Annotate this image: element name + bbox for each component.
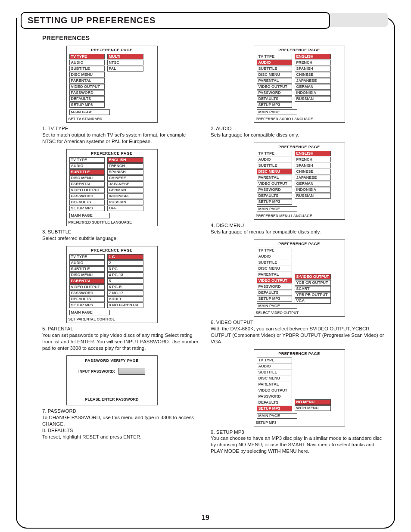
menu-left-item: VIDEO OUTPUT bbox=[69, 84, 105, 90]
menu-right-item: ADULT bbox=[107, 296, 143, 302]
menu-left-item: AUDIO bbox=[257, 157, 292, 162]
block-3-body: Select preferred subtitle language. bbox=[42, 235, 200, 242]
menu-right-item: VGA bbox=[295, 298, 331, 304]
block-1-head: 1. TV TYPE bbox=[42, 125, 200, 132]
menu-right-item: FRENCH bbox=[107, 163, 143, 169]
menu-right-item: INDONISIA bbox=[295, 90, 331, 96]
menu-left-item: SUBTITLE bbox=[257, 163, 292, 168]
menu-right-item: 2 bbox=[107, 260, 143, 266]
menu-left-item: SETUP MP3 bbox=[257, 199, 292, 205]
menu-setupmp3: PREFERENCE PAGETV TYPEAUDIOSUBTITLEDISC … bbox=[254, 349, 345, 426]
menu-footer: PREFERRED MENU LANGUAGE bbox=[254, 213, 345, 219]
menu-right-item: 3 PG bbox=[107, 266, 143, 272]
menu-left-item: SUBTITLE bbox=[257, 66, 292, 72]
menu-left-item: PASSWORD bbox=[69, 90, 105, 96]
password-label: INPUT PASSWORD: bbox=[78, 369, 115, 373]
menu-right-item: CHINESE bbox=[295, 169, 331, 174]
menu-left-item: DISC MENU bbox=[257, 266, 292, 271]
block-5-head: 5. PARENTAL bbox=[42, 326, 200, 332]
menu-right-item: INDONISIA bbox=[107, 193, 143, 199]
menu-main-page: MAIN PAGE bbox=[69, 310, 110, 315]
menu-footer: SET PARENTAL CONTROL bbox=[67, 316, 157, 323]
menu-left-item: DISC MENU bbox=[257, 72, 292, 78]
menu-right-item: 7 NC-17 bbox=[107, 290, 143, 296]
menu-right-item: SPANISH bbox=[295, 66, 331, 72]
menu-left-item: SUBTITLE bbox=[69, 169, 105, 175]
menu-right-item: JAPANESE bbox=[295, 175, 331, 180]
menu-left-item: SUBTITLE bbox=[69, 66, 105, 72]
menu-videooutput: PREFERENCE PAGETV TYPEAUDIOSUBTITLEDISC … bbox=[254, 240, 345, 317]
menu-left-item: SUBTITLE bbox=[257, 260, 292, 265]
menu-left-item: PARENTAL bbox=[257, 175, 292, 180]
menu-title: PREFERENCE PAGE bbox=[67, 246, 157, 254]
password-footer: PLEASE ENTER PASSWORD bbox=[67, 395, 157, 405]
menu-left-item: PASSWORD bbox=[257, 284, 292, 289]
menu-right-item: JAPANESE bbox=[295, 78, 331, 84]
menu-right-item: 5 bbox=[107, 278, 143, 284]
menu-right-item: GERMAN bbox=[295, 181, 331, 187]
menu-right-item: FRENCH bbox=[295, 60, 331, 65]
password-title: PASSWORD VERIFY PAGE bbox=[67, 356, 157, 365]
menu-right-item: 8 NO PARENTAL bbox=[107, 302, 143, 308]
page-number: 19 bbox=[23, 514, 388, 522]
menu-left-item: SETUP MP3 bbox=[257, 102, 292, 108]
menu-right-item: RUSSIAN bbox=[295, 96, 331, 102]
menu-left-item: DEFAULTS bbox=[257, 400, 292, 405]
menu-left-item: DEFAULTS bbox=[69, 96, 105, 102]
menu-right-item: CHINESE bbox=[107, 175, 143, 181]
menu-left-item: VIDEO OUTPUT bbox=[257, 181, 292, 187]
block-4-body: Sets language of menus for compatible di… bbox=[211, 229, 388, 235]
menu-right-item: 1 G bbox=[107, 254, 143, 260]
menu-right-item: ENGLISH bbox=[295, 54, 331, 59]
menu-left-item: TV TYPE bbox=[257, 248, 292, 253]
menu-left-item: SETUP MP3 bbox=[257, 406, 292, 411]
menu-left-item: VIDEO OUTPUT bbox=[69, 284, 105, 290]
menu-right-item: WITH MENU bbox=[295, 405, 331, 411]
menu-left-item: PASSWORD bbox=[69, 290, 105, 296]
menu-main-page: MAIN PAGE bbox=[257, 109, 297, 115]
block-4-head: 4. DISC MENU bbox=[211, 222, 388, 229]
menu-left-item: DEFAULTS bbox=[69, 296, 105, 302]
menu-left-item: PASSWORD bbox=[257, 394, 292, 399]
preferences-heading: PREFERENCES bbox=[42, 34, 388, 41]
menu-left-item: DEFAULTS bbox=[257, 96, 292, 102]
menu-left-item: PASSWORD bbox=[69, 193, 105, 199]
menu-left-item: TV TYPE bbox=[69, 54, 105, 59]
menu-left-item: DEFAULTS bbox=[69, 199, 105, 205]
menu-left-item: SUBTITLE bbox=[257, 370, 292, 375]
menu-right-item: MULTI bbox=[107, 54, 143, 59]
menu-title: PREFERENCE PAGE bbox=[254, 240, 345, 248]
menu-left-item: SETUP MP3 bbox=[69, 302, 105, 308]
menu-left-item: PARENTAL bbox=[257, 272, 292, 277]
block-8-body: To reset, highlight RESET and press ENTE… bbox=[42, 434, 200, 440]
block-8-head: 8. DEFAULTS bbox=[42, 427, 200, 434]
menu-right-item: OFF bbox=[107, 205, 143, 211]
menu-left-item: TV TYPE bbox=[69, 254, 105, 260]
menu-main-page: MAIN PAGE bbox=[69, 109, 110, 115]
menu-right-item: RUSSIAN bbox=[107, 199, 143, 205]
menu-footer: SET TV STANDARD bbox=[67, 116, 157, 122]
menu-parental: PREFERENCE PAGETV TYPEAUDIOSUBTITLEDISC … bbox=[66, 246, 158, 323]
block-2-body: Sets language for compatible discs only. bbox=[211, 132, 388, 138]
menu-right-item: YCB CR OUTPUT bbox=[295, 280, 331, 286]
menu-left-item: AUDIO bbox=[69, 260, 105, 266]
menu-password: PASSWORD VERIFY PAGE INPUT PASSWORD: PLE… bbox=[66, 355, 158, 405]
menu-title: PREFERENCE PAGE bbox=[254, 350, 345, 358]
menu-left-item: TV TYPE bbox=[257, 54, 292, 59]
block-3-head: 3. SUBTITLE bbox=[42, 229, 200, 235]
menu-footer: SELECT VIDEO OUTPUT bbox=[254, 310, 345, 316]
block-9-body: You can choose to have an MP3 disc play … bbox=[211, 435, 388, 454]
block-2-head: 2. AUDIO bbox=[211, 125, 388, 132]
block-5-body: You can set passwords to play video disc… bbox=[42, 332, 200, 352]
menu-left-item: AUDIO bbox=[257, 364, 292, 369]
menu-footer: PREFERRED AUDIO LANGUAGE bbox=[254, 116, 345, 122]
menu-left-item: AUDIO bbox=[69, 60, 105, 65]
block-1-body: Set to match output to match TV set's sy… bbox=[42, 132, 200, 145]
menu-left-item: TV TYPE bbox=[257, 151, 292, 156]
menu-left-item: DEFAULTS bbox=[257, 193, 292, 199]
menu-right-item: INDONISIA bbox=[295, 187, 331, 193]
menu-main-page: MAIN PAGE bbox=[257, 303, 297, 309]
menu-right-item: NTSC bbox=[107, 60, 143, 65]
menu-left-item: PARENTAL bbox=[69, 278, 105, 284]
menu-left-item: SUBTITLE bbox=[69, 266, 105, 272]
